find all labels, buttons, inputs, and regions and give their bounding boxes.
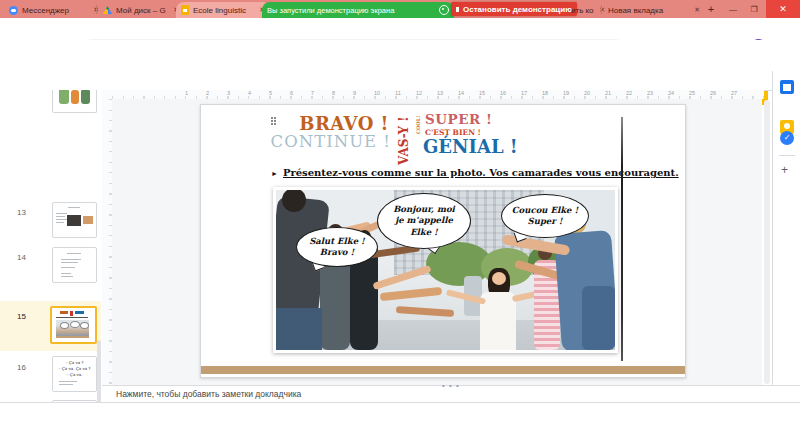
ruler-number: 2 — [206, 90, 209, 96]
wordart-vasy[interactable]: VAS-Y ! — [397, 113, 411, 165]
stop-sharing-button[interactable]: Остановить демонстрацию — [451, 2, 577, 16]
speech-bubble-left[interactable]: Salut Elke ! Bravo ! — [296, 227, 378, 267]
ruler-number: 4 — [248, 90, 251, 96]
vertical-ruler — [102, 99, 112, 385]
photo-person — [582, 286, 615, 350]
slides-header: Ecole linguistique (février 2021) Le fra… — [0, 40, 800, 71]
slide-number: 14 — [10, 253, 26, 262]
ruler-number: 8 — [332, 90, 335, 96]
slide-bottom-bar — [201, 366, 685, 374]
photo-woman-face — [492, 272, 506, 285]
new-tab-button[interactable]: + — [700, 0, 722, 18]
panel-divider — [779, 155, 795, 156]
thumbnail-slide-16[interactable]: – Ça va ? – Ça va. Ça va ? – Ça va. — [52, 356, 97, 392]
add-addon-icon[interactable]: + — [781, 163, 788, 177]
tab-messenger[interactable]: Мессенджер ✕ — [4, 2, 104, 18]
browser-window: Мессенджер ✕ Мой диск – G ✕ Ecole lingui… — [0, 0, 800, 426]
wordart-continue[interactable]: CONTINUE ! — [271, 132, 391, 151]
ruler-number: 9 — [353, 90, 356, 96]
slides-toolbar: + ▼ ↶ ↷ ▼ ▼ ▼ P — [0, 71, 772, 91]
tab-separator — [601, 5, 602, 14]
wordart-genial[interactable]: GÉNIAL ! — [423, 136, 518, 157]
tab-label: Ecole linguistic — [193, 6, 246, 15]
bubble-line: Salut Elke ! — [309, 236, 365, 247]
speech-bubble-right[interactable]: Coucou Elke ! Super ! — [501, 194, 589, 238]
bullet-text: Présentez-vous comme sur la photo. Vos c… — [283, 167, 679, 178]
drive-favicon-icon — [103, 6, 112, 14]
ruler-number: 12 — [416, 90, 422, 96]
speaker-notes-placeholder[interactable]: Нажмите, чтобы добавить заметки докладчи… — [116, 386, 301, 403]
bubble-line: Super ! — [528, 216, 563, 227]
stop-sharing-label: Остановить демонстрацию — [463, 5, 572, 14]
speaker-notes-bar[interactable]: • • • Нажмите, чтобы добавить заметки до… — [102, 385, 800, 403]
tab-strip: Мессенджер ✕ Мой диск – G ✕ Ecole lingui… — [0, 0, 800, 18]
ruler-number: 17 — [521, 90, 527, 96]
tab-label: Новая вкладка — [608, 6, 663, 15]
bubble-line: Bonjour, moi — [393, 204, 455, 215]
tab-label: Мессенджер — [22, 6, 69, 15]
restore-window-button[interactable]: ❐ — [743, 0, 765, 18]
filmstrip-scrollbar[interactable] — [97, 340, 101, 402]
wordart-bravo[interactable]: BRAVO ! — [299, 113, 389, 134]
wordart-super[interactable]: SUPER ! — [425, 111, 492, 127]
ruler-number: 26 — [710, 90, 716, 96]
tasks-icon[interactable]: ✓ — [780, 131, 794, 145]
ruler-number: 1 — [185, 90, 188, 96]
thumb-text: – Ça va ? — [53, 360, 96, 365]
stop-icon — [456, 7, 459, 12]
bubble-line: Coucou Elke ! — [512, 205, 578, 216]
thumb-text: – Ça va. — [53, 372, 96, 377]
ruler-number: 15 — [479, 90, 485, 96]
ruler-number: 20 — [584, 90, 590, 96]
browser-toolbar: ← → ↻ ⌂ docs.google.com/presentation/d/1… — [0, 18, 800, 41]
ruler-number: 19 — [563, 90, 569, 96]
tab-label: Вы запустили демонстрацию экрана — [267, 6, 394, 15]
ruler-number: 23 — [647, 90, 653, 96]
photo-arm — [396, 306, 454, 317]
ruler-number: 7 — [311, 90, 314, 96]
drag-handle-icon[interactable] — [271, 117, 273, 119]
ruler-number: 10 — [374, 90, 380, 96]
ruler-number: 14 — [458, 90, 464, 96]
bubble-line: Elke ! — [410, 227, 438, 238]
wordart-cool[interactable]: COOL! — [415, 114, 421, 134]
minimize-window-button[interactable]: — — [722, 0, 744, 18]
canvas-scrollbar[interactable] — [764, 100, 770, 384]
close-window-button[interactable]: ✕ — [766, 0, 800, 18]
notes-resize-handle[interactable]: • • • — [442, 381, 460, 390]
slide-instruction-text[interactable]: ► Présentez-vous comme sur la photo. Vos… — [271, 167, 601, 178]
ruler-number: 21 — [605, 90, 611, 96]
speech-bubble-center[interactable]: Bonjour, moi je m'appelle Elke ! — [377, 193, 471, 249]
ruler-number: 27 — [731, 90, 737, 96]
tab-screenshare-banner[interactable]: Вы запустили демонстрацию экрана — [262, 2, 454, 18]
ruler-number: 11 — [395, 90, 401, 96]
ruler-number: 25 — [689, 90, 695, 96]
bottom-bar: ✦ Расширенный поиск › — [0, 402, 800, 426]
thumbnail-slide-14[interactable] — [52, 247, 97, 283]
messenger-favicon-icon — [9, 6, 18, 15]
tab-label: ить ко — [571, 6, 594, 15]
bubble-line: Bravo ! — [320, 247, 354, 258]
current-slide[interactable]: BRAVO ! CONTINUE ! VAS-Y ! COOL! SUPER !… — [200, 104, 686, 378]
calendar-icon[interactable] — [780, 80, 794, 94]
slide-number: 15 — [10, 312, 26, 321]
ruler-number: 16 — [500, 90, 506, 96]
thumbnail-slide-13[interactable] — [52, 202, 97, 238]
ruler-number: 22 — [626, 90, 632, 96]
ruler-corner — [102, 90, 112, 99]
tab-slides-active[interactable]: Ecole linguistic ✕ — [176, 2, 270, 18]
tab-drive[interactable]: Мой диск – G ✕ — [98, 2, 184, 18]
horizontal-ruler: 1234567891011121314151617181920212223242… — [112, 90, 764, 99]
slide-number: 16 — [10, 363, 26, 372]
thumbnail-slide-12[interactable] — [52, 90, 97, 113]
ruler-number: 18 — [542, 90, 548, 96]
ruler-number: 3 — [227, 90, 230, 96]
google-side-panel: ✓ + — [772, 71, 800, 402]
thumbnail-slide-15-selected[interactable] — [50, 306, 97, 344]
ruler-number: 6 — [290, 90, 293, 96]
tab-label: Мой диск – G — [116, 6, 166, 15]
slide-number: 13 — [10, 208, 26, 217]
tab-separator — [96, 5, 97, 14]
bubble-line: je m'appelle — [395, 215, 453, 226]
tab-new-tab[interactable]: Новая вкладка ✕ — [603, 2, 705, 18]
